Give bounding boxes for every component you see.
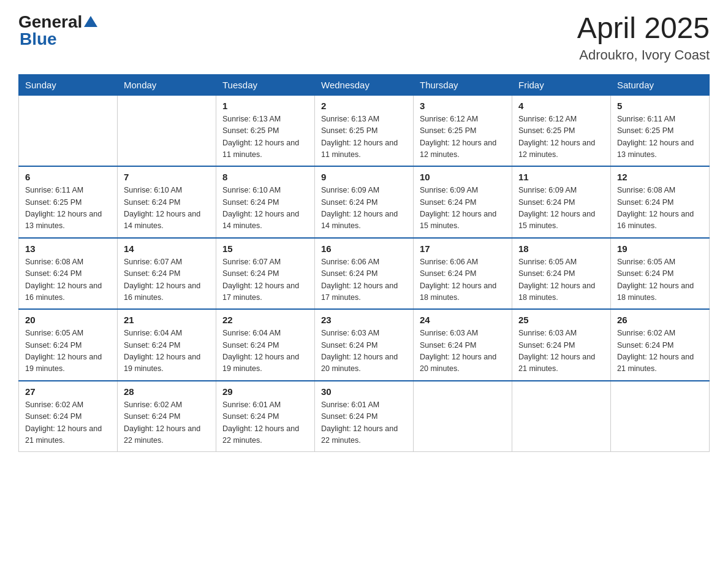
calendar-week-row: 13Sunrise: 6:08 AMSunset: 6:24 PMDayligh… [19, 238, 710, 310]
calendar-cell: 14Sunrise: 6:07 AMSunset: 6:24 PMDayligh… [118, 238, 216, 310]
calendar-table: SundayMondayTuesdayWednesdayThursdayFrid… [18, 74, 710, 453]
page-header: General Blue April 2025 Adroukro, Ivory … [18, 12, 710, 63]
day-number: 4 [518, 101, 604, 111]
day-header-saturday: Saturday [611, 74, 710, 95]
calendar-cell: 17Sunrise: 6:06 AMSunset: 6:24 PMDayligh… [414, 238, 512, 310]
svg-marker-0 [84, 16, 97, 27]
calendar-cell: 21Sunrise: 6:04 AMSunset: 6:24 PMDayligh… [118, 309, 216, 381]
day-number: 19 [617, 243, 703, 254]
day-number: 16 [321, 243, 407, 254]
calendar-cell: 30Sunrise: 6:01 AMSunset: 6:24 PMDayligh… [315, 381, 414, 452]
day-info: Sunrise: 6:01 AMSunset: 6:24 PMDaylight:… [222, 399, 308, 447]
day-info: Sunrise: 6:05 AMSunset: 6:24 PMDaylight:… [25, 327, 111, 375]
calendar-cell [118, 95, 216, 166]
day-info: Sunrise: 6:04 AMSunset: 6:24 PMDaylight:… [124, 327, 210, 375]
day-info: Sunrise: 6:05 AMSunset: 6:24 PMDaylight:… [617, 256, 703, 304]
logo-triangle-icon [84, 15, 97, 28]
day-info: Sunrise: 6:03 AMSunset: 6:24 PMDaylight:… [420, 327, 506, 375]
day-header-wednesday: Wednesday [315, 74, 414, 95]
calendar-cell: 5Sunrise: 6:11 AMSunset: 6:25 PMDaylight… [611, 95, 710, 166]
day-info: Sunrise: 6:13 AMSunset: 6:25 PMDaylight:… [321, 113, 407, 161]
day-info: Sunrise: 6:03 AMSunset: 6:24 PMDaylight:… [518, 327, 604, 375]
calendar-cell: 22Sunrise: 6:04 AMSunset: 6:24 PMDayligh… [216, 309, 315, 381]
day-info: Sunrise: 6:08 AMSunset: 6:24 PMDaylight:… [617, 185, 703, 232]
day-info: Sunrise: 6:01 AMSunset: 6:24 PMDaylight:… [321, 399, 407, 447]
calendar-cell: 1Sunrise: 6:13 AMSunset: 6:25 PMDaylight… [216, 95, 315, 166]
day-number: 12 [617, 172, 703, 182]
day-number: 26 [617, 315, 703, 325]
day-info: Sunrise: 6:07 AMSunset: 6:24 PMDaylight:… [124, 256, 210, 304]
calendar-cell: 19Sunrise: 6:05 AMSunset: 6:24 PMDayligh… [611, 238, 710, 310]
calendar-cell [512, 381, 611, 452]
day-info: Sunrise: 6:02 AMSunset: 6:24 PMDaylight:… [617, 327, 703, 375]
calendar-cell: 13Sunrise: 6:08 AMSunset: 6:24 PMDayligh… [19, 238, 118, 310]
day-number: 23 [321, 315, 407, 325]
day-number: 13 [25, 243, 111, 254]
day-number: 9 [321, 172, 407, 182]
day-number: 15 [222, 243, 308, 254]
day-number: 3 [420, 101, 506, 111]
day-info: Sunrise: 6:09 AMSunset: 6:24 PMDaylight:… [321, 185, 407, 232]
calendar-cell: 29Sunrise: 6:01 AMSunset: 6:24 PMDayligh… [216, 381, 315, 452]
day-number: 24 [420, 315, 506, 325]
calendar-cell: 18Sunrise: 6:05 AMSunset: 6:24 PMDayligh… [512, 238, 611, 310]
calendar-cell: 20Sunrise: 6:05 AMSunset: 6:24 PMDayligh… [19, 309, 118, 381]
title-section: April 2025 Adroukro, Ivory Coast [577, 12, 710, 63]
day-header-tuesday: Tuesday [216, 74, 315, 95]
day-header-thursday: Thursday [414, 74, 512, 95]
calendar-cell [19, 95, 118, 166]
day-info: Sunrise: 6:04 AMSunset: 6:24 PMDaylight:… [222, 327, 308, 375]
calendar-cell: 24Sunrise: 6:03 AMSunset: 6:24 PMDayligh… [414, 309, 512, 381]
calendar-cell: 15Sunrise: 6:07 AMSunset: 6:24 PMDayligh… [216, 238, 315, 310]
calendar-cell: 27Sunrise: 6:02 AMSunset: 6:24 PMDayligh… [19, 381, 118, 452]
day-header-friday: Friday [512, 74, 611, 95]
calendar-cell [414, 381, 512, 452]
calendar-cell: 3Sunrise: 6:12 AMSunset: 6:25 PMDaylight… [414, 95, 512, 166]
calendar-cell: 23Sunrise: 6:03 AMSunset: 6:24 PMDayligh… [315, 309, 414, 381]
day-header-sunday: Sunday [19, 74, 118, 95]
day-number: 7 [124, 172, 210, 182]
day-number: 1 [222, 101, 308, 111]
calendar-week-row: 20Sunrise: 6:05 AMSunset: 6:24 PMDayligh… [19, 309, 710, 381]
day-info: Sunrise: 6:13 AMSunset: 6:25 PMDaylight:… [222, 113, 308, 161]
calendar-cell: 8Sunrise: 6:10 AMSunset: 6:24 PMDaylight… [216, 166, 315, 238]
day-info: Sunrise: 6:07 AMSunset: 6:24 PMDaylight:… [222, 256, 308, 304]
calendar-cell: 7Sunrise: 6:10 AMSunset: 6:24 PMDaylight… [118, 166, 216, 238]
day-number: 11 [518, 172, 604, 182]
calendar-cell: 9Sunrise: 6:09 AMSunset: 6:24 PMDaylight… [315, 166, 414, 238]
day-number: 6 [25, 172, 111, 182]
calendar-cell: 25Sunrise: 6:03 AMSunset: 6:24 PMDayligh… [512, 309, 611, 381]
calendar-cell: 16Sunrise: 6:06 AMSunset: 6:24 PMDayligh… [315, 238, 414, 310]
day-info: Sunrise: 6:10 AMSunset: 6:24 PMDaylight:… [124, 185, 210, 232]
day-info: Sunrise: 6:09 AMSunset: 6:24 PMDaylight:… [518, 185, 604, 232]
day-info: Sunrise: 6:10 AMSunset: 6:24 PMDaylight:… [222, 185, 308, 232]
day-number: 8 [222, 172, 308, 182]
day-number: 22 [222, 315, 308, 325]
day-number: 27 [25, 386, 111, 397]
day-info: Sunrise: 6:05 AMSunset: 6:24 PMDaylight:… [518, 256, 604, 304]
day-number: 17 [420, 243, 506, 254]
day-info: Sunrise: 6:11 AMSunset: 6:25 PMDaylight:… [25, 185, 111, 232]
day-number: 20 [25, 315, 111, 325]
calendar-cell: 10Sunrise: 6:09 AMSunset: 6:24 PMDayligh… [414, 166, 512, 238]
day-info: Sunrise: 6:03 AMSunset: 6:24 PMDaylight:… [321, 327, 407, 375]
day-number: 10 [420, 172, 506, 182]
logo: General Blue [18, 12, 97, 49]
day-number: 14 [124, 243, 210, 254]
calendar-cell [611, 381, 710, 452]
calendar-cell: 11Sunrise: 6:09 AMSunset: 6:24 PMDayligh… [512, 166, 611, 238]
day-info: Sunrise: 6:11 AMSunset: 6:25 PMDaylight:… [617, 113, 703, 161]
day-number: 18 [518, 243, 604, 254]
calendar-title: April 2025 [577, 12, 710, 45]
day-info: Sunrise: 6:06 AMSunset: 6:24 PMDaylight:… [321, 256, 407, 304]
calendar-cell: 2Sunrise: 6:13 AMSunset: 6:25 PMDaylight… [315, 95, 414, 166]
calendar-cell: 28Sunrise: 6:02 AMSunset: 6:24 PMDayligh… [118, 381, 216, 452]
calendar-cell: 26Sunrise: 6:02 AMSunset: 6:24 PMDayligh… [611, 309, 710, 381]
day-info: Sunrise: 6:12 AMSunset: 6:25 PMDaylight:… [420, 113, 506, 161]
day-number: 2 [321, 101, 407, 111]
day-number: 21 [124, 315, 210, 325]
calendar-cell: 4Sunrise: 6:12 AMSunset: 6:25 PMDaylight… [512, 95, 611, 166]
calendar-cell: 12Sunrise: 6:08 AMSunset: 6:24 PMDayligh… [611, 166, 710, 238]
day-header-monday: Monday [118, 74, 216, 95]
day-number: 28 [124, 386, 210, 397]
